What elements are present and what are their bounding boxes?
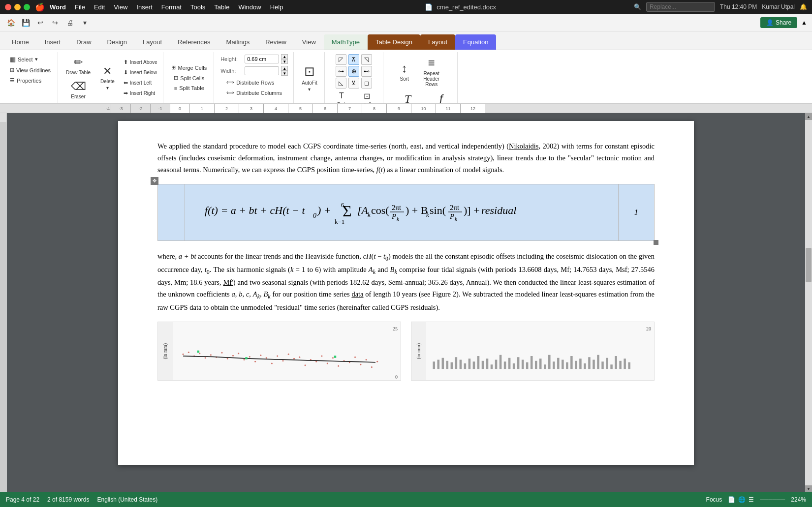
view-gridlines-button[interactable]: ⊞ View Gridlines xyxy=(7,65,54,75)
vertical-scrollbar[interactable]: ▲ ▼ xyxy=(805,113,812,492)
menu-view[interactable]: View xyxy=(110,2,131,12)
cell-margins-button[interactable]: ⊡ Cell Margins xyxy=(355,90,379,104)
search-icon[interactable]: 🔍 xyxy=(634,3,641,10)
select-button[interactable]: ▦ Select ▾ xyxy=(7,54,41,64)
tab-equation[interactable]: Equation xyxy=(455,34,496,50)
scroll-up-arrow[interactable]: ▲ xyxy=(805,113,812,120)
merge-cells-button[interactable]: ⊞ Merge Cells xyxy=(168,63,210,72)
draw-table-button[interactable]: ✏ Draw Table xyxy=(62,54,94,77)
tab-insert[interactable]: Insert xyxy=(37,34,69,50)
menu-file[interactable]: File xyxy=(71,2,89,12)
tab-mailings[interactable]: Mailings xyxy=(219,34,258,50)
align-bottom-center[interactable]: ⊻ xyxy=(348,78,359,89)
undo-btn[interactable]: ↩ xyxy=(34,17,46,29)
redo-btn[interactable]: ↪ xyxy=(49,17,61,29)
print-btn[interactable]: 🖨 xyxy=(64,17,76,29)
svg-point-37 xyxy=(266,358,267,359)
document-scroll-area[interactable]: We applied the standard procedure to mod… xyxy=(7,113,805,492)
zoom-slider[interactable]: ────── xyxy=(760,496,785,503)
collapse-ribbon-icon[interactable]: ▲ xyxy=(801,19,807,26)
align-bottom-left[interactable]: ◺ xyxy=(336,78,346,89)
scroll-track[interactable] xyxy=(805,120,812,485)
tab-view[interactable]: View xyxy=(294,34,324,50)
sort-button[interactable]: ↕ Sort xyxy=(395,60,414,84)
height-up[interactable]: ▲ xyxy=(281,54,288,59)
menu-format[interactable]: Format xyxy=(157,2,186,12)
menu-edit[interactable]: Edit xyxy=(90,2,109,12)
insert-below-button[interactable]: ⬇ Insert Below xyxy=(121,68,160,77)
outline-icon[interactable]: ☰ xyxy=(749,496,754,503)
properties-button[interactable]: ☰ Properties xyxy=(7,76,44,85)
insert-right-button[interactable]: ➡ Insert Right xyxy=(121,89,160,98)
tab-table-design[interactable]: Table Design xyxy=(368,34,420,50)
scroll-down-arrow[interactable]: ▼ xyxy=(805,485,812,492)
maximize-button[interactable] xyxy=(24,4,30,10)
scroll-thumb[interactable] xyxy=(806,248,812,282)
svg-rect-103 xyxy=(619,361,622,369)
window-controls[interactable] xyxy=(5,4,30,10)
tab-design[interactable]: Design xyxy=(99,34,135,50)
table-resize-handle[interactable] xyxy=(654,240,658,245)
width-input[interactable] xyxy=(245,66,279,75)
height-down[interactable]: ▼ xyxy=(281,59,288,64)
tab-draw[interactable]: Draw xyxy=(68,34,99,50)
tab-layout[interactable]: Layout xyxy=(420,34,455,50)
minimize-button[interactable] xyxy=(14,4,21,10)
convert-to-text-button[interactable]: T Convert to Text xyxy=(388,90,427,105)
svg-rect-91 xyxy=(566,362,568,369)
share-button[interactable]: 👤 Share xyxy=(760,17,797,28)
height-input[interactable] xyxy=(245,55,279,63)
svg-point-53 xyxy=(354,357,356,358)
close-button[interactable] xyxy=(5,4,11,10)
search-input[interactable] xyxy=(646,2,715,12)
share-label: Share xyxy=(776,19,791,26)
eraser-button[interactable]: ⌫ Eraser xyxy=(67,78,90,101)
tab-review[interactable]: Review xyxy=(257,34,294,50)
width-down[interactable]: ▼ xyxy=(281,71,288,76)
print-layout-icon[interactable]: 📄 xyxy=(728,496,735,503)
titlebar-center: 📄 cme_ref_edited.docx xyxy=(292,3,629,11)
tab-mathtype[interactable]: MathType xyxy=(324,34,368,50)
align-bottom-right[interactable]: ◻ xyxy=(361,78,372,89)
focus-mode-btn[interactable]: Focus xyxy=(706,496,722,503)
formula-button[interactable]: ƒ Formula xyxy=(429,90,453,104)
align-top-right[interactable]: ◹ xyxy=(361,54,372,65)
split-cells-button[interactable]: ⊟ Split Cells xyxy=(171,73,207,83)
home-btn[interactable]: 🏠 xyxy=(5,17,17,29)
web-layout-icon[interactable]: 🌐 xyxy=(738,496,746,503)
autofit-button[interactable]: ⊡ AutoFit ▾ xyxy=(299,62,320,94)
height-stepper[interactable]: ▲ ▼ xyxy=(281,54,288,64)
split-table-button[interactable]: ≡ Split Table xyxy=(171,84,207,92)
align-top-left[interactable]: ◸ xyxy=(336,54,346,65)
customize-btn[interactable]: ▾ xyxy=(79,17,91,29)
align-middle-left[interactable]: ⊶ xyxy=(336,66,346,77)
insert-above-button[interactable]: ⬆ Insert Above xyxy=(121,58,160,67)
align-middle-right[interactable]: ⊷ xyxy=(361,66,372,77)
width-stepper[interactable]: ▲ ▼ xyxy=(281,66,288,76)
menu-tools[interactable]: Tools xyxy=(187,2,209,12)
distribute-rows-button[interactable]: ⟺ Distribute Rows xyxy=(223,78,285,87)
svg-rect-64 xyxy=(446,361,449,369)
tab-layout-page[interactable]: Layout xyxy=(135,34,170,50)
save-btn[interactable]: 💾 xyxy=(20,17,31,29)
align-middle-center[interactable]: ⊕ xyxy=(348,66,359,77)
svg-point-49 xyxy=(332,358,334,359)
delete-button[interactable]: ✕ Delete ▾ xyxy=(96,63,119,92)
insert-left-button[interactable]: ⬅ Insert Left xyxy=(121,78,160,88)
table-move-handle[interactable]: ✥ xyxy=(151,177,158,185)
menu-window[interactable]: Window xyxy=(234,2,265,12)
formula-table[interactable]: f(t) = a + bt + cH(t − t 0 ) + 6 Σ k=1 [… xyxy=(157,184,655,241)
nikolaidis-link[interactable]: Nikolaidis xyxy=(509,142,538,150)
width-up[interactable]: ▲ xyxy=(281,66,288,71)
tab-home[interactable]: Home xyxy=(4,34,37,50)
menu-table[interactable]: Table xyxy=(210,2,233,12)
tab-bar: Home Insert Draw Design Layout Reference… xyxy=(0,31,812,50)
tab-references[interactable]: References xyxy=(170,34,218,50)
notifications-icon[interactable]: 🔔 xyxy=(800,3,807,10)
distribute-columns-button[interactable]: ⟺ Distribute Columns xyxy=(223,88,285,97)
menu-help[interactable]: Help xyxy=(266,2,287,12)
text-direction-button[interactable]: T Text Direction xyxy=(330,90,353,104)
repeat-header-rows-button[interactable]: ≡ Repeat Header Rows xyxy=(416,54,447,89)
menu-insert[interactable]: Insert xyxy=(132,2,156,12)
align-top-center[interactable]: ⊼ xyxy=(348,54,359,65)
